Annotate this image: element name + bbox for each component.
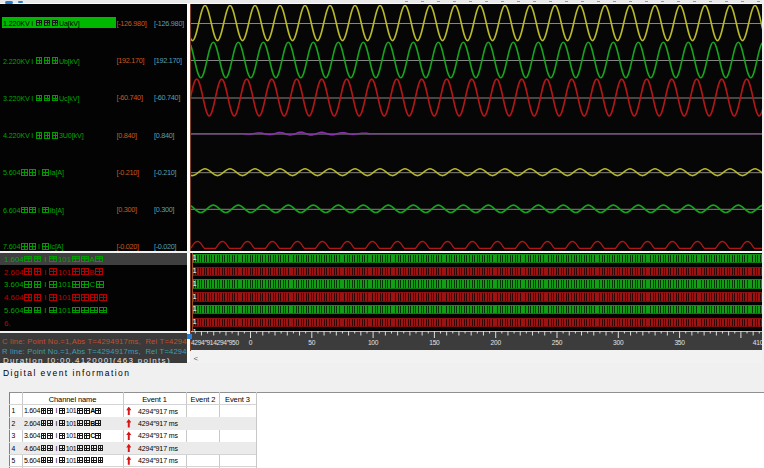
svg-text:150: 150 [429, 339, 440, 346]
svg-text:4294″914294″950: 4294″914294″950 [191, 339, 239, 346]
svg-text:410: 410 [753, 339, 762, 346]
svg-text:100: 100 [368, 339, 379, 346]
svg-text:0: 0 [249, 339, 253, 346]
svg-text:300: 300 [613, 339, 624, 346]
svg-text:50: 50 [308, 339, 315, 346]
svg-text:250: 250 [552, 339, 563, 346]
svg-text:200: 200 [490, 339, 501, 346]
svg-text:350: 350 [674, 339, 685, 346]
